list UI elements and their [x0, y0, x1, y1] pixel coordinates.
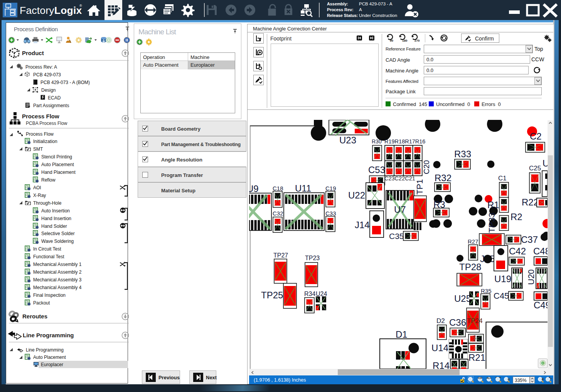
svg-text:C53: C53	[368, 165, 385, 175]
svg-text:R: R	[542, 362, 544, 365]
svg-text:R21: R21	[468, 352, 485, 363]
svg-text:U23: U23	[339, 135, 356, 145]
svg-text:D1: D1	[396, 329, 408, 340]
svg-text:U11: U11	[295, 183, 311, 193]
svg-text:R19R18R17R16: R19R18R17R16	[384, 138, 425, 145]
svg-text:D2: D2	[436, 317, 445, 325]
svg-text:U24: U24	[316, 291, 327, 297]
svg-text:U20: U20	[526, 269, 536, 285]
svg-text:100: 100	[478, 377, 482, 379]
svg-text:R1: R1	[487, 200, 499, 210]
svg-text:TP28: TP28	[459, 262, 481, 272]
svg-text:C45: C45	[494, 291, 509, 301]
svg-text:C35: C35	[389, 232, 404, 241]
svg-text:R27: R27	[468, 238, 478, 245]
svg-text:U14: U14	[431, 343, 448, 353]
svg-text:TP24: TP24	[467, 317, 483, 325]
svg-text:C33: C33	[325, 210, 336, 217]
svg-text:C48: C48	[533, 246, 548, 256]
svg-text:C23C22C21: C23C22C21	[384, 175, 415, 182]
svg-text:C2: C2	[530, 131, 542, 141]
svg-text:TP27: TP27	[273, 252, 288, 259]
svg-text:TP23: TP23	[305, 255, 320, 261]
svg-text:R14: R14	[433, 360, 450, 369]
svg-text:ALL: ALL	[487, 377, 492, 379]
svg-text:U9: U9	[249, 183, 259, 194]
svg-text:C25: C25	[529, 165, 541, 172]
svg-text:R35: R35	[481, 288, 492, 294]
svg-text:U25: U25	[454, 293, 471, 304]
svg-text:R2: R2	[510, 212, 522, 222]
svg-text:R30: R30	[372, 138, 382, 145]
svg-text:C20: C20	[422, 160, 431, 174]
svg-text:C18: C18	[273, 185, 283, 192]
svg-text:C36: C36	[449, 317, 466, 328]
svg-text:U22: U22	[348, 190, 365, 200]
svg-text:TP1: TP1	[415, 179, 425, 195]
svg-text:TP25: TP25	[261, 290, 283, 300]
svg-text:C37: C37	[521, 234, 538, 245]
svg-text:U19: U19	[494, 274, 511, 284]
svg-text:U7: U7	[394, 204, 406, 215]
svg-text:R34: R34	[304, 291, 315, 297]
svg-text:®: ®	[79, 4, 82, 8]
svg-text:C19: C19	[325, 185, 336, 192]
svg-text:R22: R22	[522, 197, 539, 207]
svg-text:TP33: TP33	[487, 212, 497, 233]
svg-text:C1: C1	[498, 175, 507, 182]
svg-text:R33: R33	[454, 149, 471, 159]
svg-text:C32: C32	[273, 210, 283, 217]
svg-text:C42: C42	[509, 246, 526, 256]
svg-text:FactoryLogix: FactoryLogix	[20, 5, 82, 16]
svg-text:R32: R32	[435, 173, 451, 183]
svg-text:U: U	[542, 158, 548, 168]
svg-text:R20: R20	[473, 335, 477, 342]
svg-text:C49: C49	[534, 300, 548, 310]
svg-text:J14: J14	[355, 220, 370, 230]
